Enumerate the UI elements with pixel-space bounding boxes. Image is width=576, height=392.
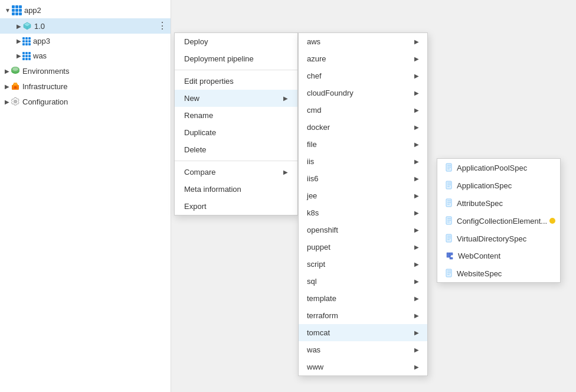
menu-item-rename[interactable]: Rename (175, 107, 297, 124)
infra-icon (11, 81, 20, 91)
submenu-arrow: ▶ (414, 158, 419, 165)
sidebar-item-label: app2 (24, 6, 41, 15)
submenu-arrow: ▶ (414, 261, 419, 267)
new-submenu-item-script[interactable]: script ▶ (299, 256, 427, 273)
cube-icon (22, 21, 32, 31)
new-submenu-item-jee[interactable]: jee ▶ (299, 187, 427, 204)
new-submenu-item-openshift[interactable]: openshift ▶ (299, 221, 427, 239)
submenu-arrow: ▶ (414, 227, 419, 233)
tomcat-submenu: ApplicationPoolSpec ApplicationSpec Attr… (437, 158, 561, 283)
submenu-arrow: ▶ (283, 95, 288, 102)
tomcat-item-WebContent[interactable]: WebContent (437, 247, 560, 264)
new-submenu-item-www[interactable]: www ▶ (299, 358, 427, 375)
expand-arrow: ▶ (5, 83, 9, 90)
new-submenu-item-aws[interactable]: aws ▶ (299, 33, 427, 50)
expand-arrow: ▼ (5, 7, 11, 14)
submenu-arrow: ▶ (283, 169, 288, 175)
new-submenu-item-tomcat[interactable]: tomcat ▶ (299, 324, 427, 341)
sidebar-item-infrastructure[interactable]: ▶ Infrastructure (0, 79, 171, 94)
menu-item-edit-properties[interactable]: Edit properties (175, 73, 297, 90)
sidebar-item-label: Configuration (22, 97, 68, 106)
env-icon (11, 66, 20, 76)
expand-arrow: ▶ (5, 68, 9, 74)
expand-arrow: ▶ (17, 23, 21, 30)
tomcat-item-ApplicationSpec[interactable]: ApplicationSpec (437, 177, 560, 194)
new-submenu-item-iis6[interactable]: iis6 ▶ (299, 170, 427, 187)
sidebar-item-label: Environments (22, 67, 69, 76)
sidebar-item-app2[interactable]: ▼ app2 (0, 2, 171, 18)
menu-item-export[interactable]: Export (175, 198, 297, 215)
new-submenu-item-file[interactable]: file ▶ (299, 136, 427, 153)
puzzle-icon (446, 251, 454, 260)
svg-point-10 (14, 100, 17, 103)
grid-icon (12, 5, 22, 15)
submenu-arrow: ▶ (414, 244, 419, 250)
new-submenu-item-docker[interactable]: docker ▶ (299, 119, 427, 136)
expand-arrow: ▶ (17, 38, 21, 44)
file-icon (446, 163, 453, 172)
new-submenu-item-azure[interactable]: azure ▶ (299, 50, 427, 67)
tomcat-item-AttributeSpec[interactable]: AttributeSpec (437, 194, 560, 212)
expand-arrow: ▶ (17, 53, 21, 59)
menu-divider-2 (175, 161, 297, 161)
tomcat-item-VirtualDirectorySpec[interactable]: VirtualDirectorySpec (437, 230, 560, 247)
expand-arrow: ▶ (5, 99, 9, 105)
submenu-arrow: ▶ (414, 38, 419, 45)
new-submenu-item-cmd[interactable]: cmd ▶ (299, 102, 427, 119)
menu-item-meta-information[interactable]: Meta information (175, 181, 297, 198)
new-submenu-item-was[interactable]: was ▶ (299, 341, 427, 358)
svg-point-5 (12, 67, 18, 71)
sidebar-item-label: Infrastructure (22, 82, 68, 91)
sidebar-item-v1[interactable]: ▶ 1.0 ⋮ (0, 18, 171, 34)
new-submenu-item-puppet[interactable]: puppet ▶ (299, 239, 427, 256)
new-submenu-item-iis[interactable]: iis ▶ (299, 153, 427, 170)
new-submenu-item-template[interactable]: template ▶ (299, 290, 427, 307)
submenu-arrow: ▶ (414, 124, 419, 130)
grid-icon (22, 37, 31, 45)
context-menu: Deploy Deployment pipeline Edit properti… (174, 32, 298, 215)
menu-item-new[interactable]: New ▶ (175, 90, 297, 107)
yellow-dot-indicator (549, 218, 555, 224)
file-icon (446, 198, 453, 208)
sidebar-item-environments[interactable]: ▶ Environments (0, 63, 171, 79)
submenu-arrow: ▶ (414, 312, 419, 319)
menu-item-duplicate[interactable]: Duplicate (175, 124, 297, 141)
new-submenu-item-k8s[interactable]: k8s ▶ (299, 204, 427, 221)
new-submenu-item-terraform[interactable]: terraform ▶ (299, 307, 427, 324)
menu-divider-1 (175, 70, 297, 70)
submenu-arrow: ▶ (414, 295, 419, 302)
submenu-arrow: ▶ (414, 278, 419, 285)
submenu-arrow: ▶ (414, 107, 419, 113)
submenu-arrow: ▶ (414, 210, 419, 216)
sidebar-item-label: 1.0 (34, 22, 45, 31)
submenu-arrow: ▶ (414, 141, 419, 148)
sidebar-item-label: was (33, 51, 47, 60)
sidebar-item-was[interactable]: ▶ was (0, 48, 171, 63)
new-submenu-item-chef[interactable]: chef ▶ (299, 67, 427, 84)
new-submenu-item-cloudFoundry[interactable]: cloudFoundry ▶ (299, 84, 427, 102)
sidebar-item-app3[interactable]: ▶ app3 (0, 34, 171, 48)
menu-item-compare[interactable]: Compare ▶ (175, 164, 297, 181)
tomcat-item-ApplicationPoolSpec[interactable]: ApplicationPoolSpec (437, 159, 560, 177)
submenu-arrow: ▶ (414, 175, 419, 182)
sidebar-item-configuration[interactable]: ▶ Configuration (0, 94, 171, 109)
three-dot-button[interactable]: ⋮ (158, 21, 167, 31)
menu-item-deployment-pipeline[interactable]: Deployment pipeline (175, 50, 297, 67)
submenu-arrow: ▶ (414, 347, 419, 353)
submenu-arrow: ▶ (414, 364, 419, 370)
submenu-arrow: ▶ (414, 192, 419, 199)
tomcat-item-ConfigCollectionElement[interactable]: ConfigCollectionElement... (437, 212, 560, 230)
submenu-arrow: ▶ (414, 90, 419, 96)
submenu-arrow: ▶ (414, 55, 419, 62)
file-icon (446, 269, 453, 278)
svg-rect-9 (14, 86, 17, 89)
tomcat-item-WebsiteSpec[interactable]: WebsiteSpec (437, 264, 560, 282)
submenu-arrow: ▶ (414, 73, 419, 79)
file-icon (446, 234, 453, 243)
svg-rect-8 (14, 83, 17, 85)
file-icon (446, 181, 453, 190)
menu-item-deploy[interactable]: Deploy (175, 33, 297, 50)
menu-item-delete[interactable]: Delete (175, 141, 297, 158)
new-submenu: aws ▶ azure ▶ chef ▶ cloudFoundry ▶ cmd … (298, 32, 428, 376)
new-submenu-item-sql[interactable]: sql ▶ (299, 273, 427, 290)
